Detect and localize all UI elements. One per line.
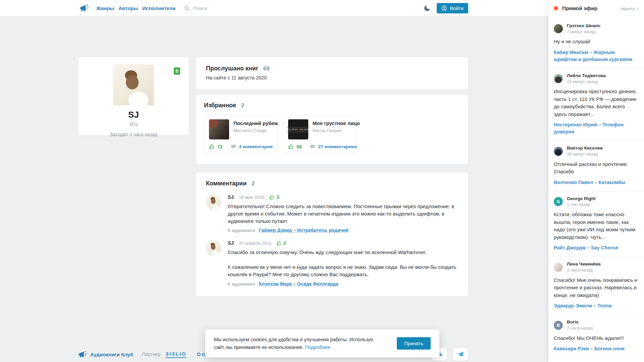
book-title[interactable]: Последний рубеж (233, 120, 278, 126)
like-count: 58 (297, 144, 302, 149)
cookie-accept-button[interactable]: Принять (397, 337, 431, 350)
audiobook-link[interactable]: Кабир Максим – Жирным шрифтом и долбаным… (554, 49, 639, 63)
book-cover-text: ГЕНРИХ БЁЛЛЬ (287, 127, 310, 132)
commenter-name[interactable]: Виктор Киселев (567, 145, 603, 151)
login-label: Войти (450, 6, 464, 11)
commenter-name[interactable]: Boris (567, 319, 593, 325)
audiobook-link[interactable]: Кавахара Рэки – Богиня ночи (554, 345, 639, 352)
live-indicator-icon (554, 6, 558, 10)
comments-bubble-icon (231, 144, 236, 149)
live-comment-text: Инсценировка преступного деяния, часть 1… (554, 88, 639, 118)
commenter-name[interactable]: George Right (567, 196, 596, 202)
page: Жанры Авторы Исполнители Войти (0, 0, 644, 362)
comment-user-avatar[interactable] (206, 240, 221, 256)
live-comment-text: Спасибо! Мне очень понравились и прочтен… (554, 277, 639, 299)
comment-author[interactable]: SJ (228, 194, 234, 200)
search-box (184, 5, 267, 11)
telegram-social-button[interactable] (453, 348, 468, 361)
favorites-count: 2 (241, 102, 244, 109)
nav-performers[interactable]: Исполнители (142, 5, 175, 11)
live-feed-sidebar: Прямой эфир скрыть› Грэтхен Шнапс 7 мину… (548, 0, 644, 362)
live-comment-text: Кстати, обложка тоже классно вышла, геро… (554, 211, 639, 241)
favorite-book-card[interactable]: ГЕНРИХ БЁЛЛЬ Мое грустное лицо Бёлль Ген… (283, 115, 357, 154)
profile-avatar[interactable] (113, 64, 154, 105)
live-comment-text: Отличный рассказ и прочтение. Спасибо (554, 161, 639, 176)
comment-time: 1 час назад (567, 202, 596, 207)
audiobook-link[interactable]: Гаймер Дэвид – Истребитель родичей (259, 228, 348, 233)
audiobook-link[interactable]: Эдвардс Эмили – Толпа (554, 302, 639, 309)
user-avatar[interactable] (554, 263, 563, 272)
login-button[interactable]: Войти (437, 3, 468, 13)
cookie-banner: Мы используем cookies для удобства и улу… (205, 329, 439, 357)
commenter-name[interactable]: Лейла Теджетова (567, 73, 606, 79)
nav-genres[interactable]: Жанры (96, 5, 114, 11)
user-avatar[interactable]: B (554, 321, 563, 330)
book-title[interactable]: Мое грустное лицо (313, 120, 360, 126)
live-entry: B Boris 2 часа назад Спасибо! Мы ОЧЕНЬ ж… (548, 314, 644, 357)
user-avatar[interactable]: G (554, 197, 563, 206)
like-count: 72 (217, 144, 223, 149)
like-icon[interactable] (288, 144, 294, 149)
cookie-text: Мы используем cookies для удобства и улу… (214, 337, 373, 350)
live-entry: Лена Чикинёва 2 часа назад Спасибо! Мне … (548, 256, 644, 314)
comment-item: SJ 16 мая 2025 3 Отвратительно! Сложно с… (206, 194, 458, 233)
user-avatar[interactable] (554, 24, 563, 33)
book-comments-link[interactable]: 4 комментария (239, 144, 273, 149)
book-comments-link[interactable]: 27 комментариев (318, 144, 357, 149)
comment-likes[interactable]: 2 (276, 240, 286, 246)
commenter-name[interactable]: Лена Чикинёва (567, 261, 601, 267)
user-avatar[interactable] (554, 74, 563, 83)
profile-name: SJ (78, 110, 189, 120)
like-icon (276, 241, 281, 246)
comment-time: 15 минут назад (567, 79, 606, 85)
live-entry: Грэтхен Шнапс 7 минут назад Ну и не слуш… (548, 18, 644, 68)
profile-username: @sj (78, 121, 189, 127)
footer-brand[interactable]: Аудиокниги Клуб (78, 351, 133, 358)
favorites-title: Избранное (204, 102, 236, 109)
live-entry: Игорь Петрович Потц 2 часа назад 11 часо… (548, 357, 644, 362)
live-entry: Виктор Киселев 38 минут назад Отличный р… (548, 140, 644, 191)
commenter-name[interactable]: Грэтхен Шнапс (567, 23, 601, 29)
book-author: Бёлль Генрих (313, 128, 360, 133)
site-logo-megaphone-icon[interactable] (79, 4, 89, 12)
comment-text: Отвратительно! Сложно следить за повеств… (228, 203, 458, 225)
audiobook-link[interactable]: Клэпхэм Марк – Осада Феллгарда (259, 281, 338, 287)
main-nav: Жанры Авторы Исполнители (96, 5, 176, 11)
audiobook-link[interactable]: Волченко Павел – Катакомбы (554, 179, 639, 186)
comments-card: Комментарии 2 SJ 16 мая 2025 3 От (196, 173, 468, 296)
listened-books-label: Прослушано книг (206, 65, 258, 72)
comment-text: Спасибо за отличную озвучку. Очень жду с… (228, 249, 458, 256)
live-comment-text: Спасибо! Мы ОЧЕНЬ ждали!!! (554, 335, 639, 342)
book-cover[interactable]: ГЕНРИХ БЁЛЛЬ (288, 119, 308, 139)
search-icon (184, 5, 190, 11)
biblio-partner-logo[interactable]: ЗIЗLIO (165, 351, 186, 358)
audiobook-link[interactable]: Нестеренко Юрий – Телефон доверия (554, 121, 639, 135)
book-author: Митчелл Сэнди (233, 128, 278, 133)
listened-books-count: 69 (263, 65, 270, 72)
cookie-more-link[interactable]: Подробнее (305, 345, 330, 350)
like-icon[interactable] (209, 144, 215, 149)
footer-brand-name: Аудиокниги Клуб (90, 352, 133, 357)
search-input[interactable] (193, 5, 267, 11)
user-avatar[interactable] (554, 147, 563, 156)
comment-date: 20 апреля 2021 (239, 241, 271, 246)
book-cover[interactable] (209, 119, 229, 139)
hide-live-feed-button[interactable]: скрыть› (621, 5, 638, 11)
live-comment-text: Ну и не слушай (554, 38, 639, 46)
comment-user-avatar[interactable] (206, 194, 221, 210)
dark-mode-toggle-moon-icon[interactable] (423, 4, 431, 12)
live-entry: Лейла Теджетова 15 минут назад Инсцениро… (548, 68, 644, 140)
nav-authors[interactable]: Авторы (118, 5, 138, 11)
comment-like-count: 3 (276, 194, 279, 200)
audiobook-link[interactable]: Райт Джордж – Say Cheese (554, 244, 639, 251)
top-header: Жанры Авторы Исполнители Войти (0, 0, 548, 16)
user-icon (441, 5, 447, 11)
favorite-book-card[interactable]: Последний рубеж Митчелл Сэнди 72 (204, 115, 278, 154)
comment-time: 2 часа назад (567, 267, 601, 273)
comment-likes[interactable]: 3 (269, 194, 279, 200)
profile-card: 0 SJ @sj Заходил 3 часа назад (78, 57, 189, 135)
comment-time: 2 часа назад (567, 325, 593, 331)
chevron-right-icon: › (637, 5, 638, 11)
comment-author[interactable]: SJ (228, 240, 234, 246)
comment-text: К сожалению вк у меня нет и куда задать … (228, 263, 458, 278)
